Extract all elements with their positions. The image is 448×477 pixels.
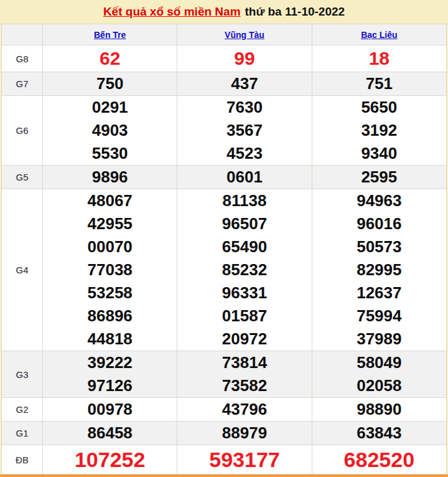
prize-number: 99 [177,45,311,72]
prize-number: 58049 [312,351,446,374]
prize-number: 73582 [177,374,311,397]
prize-number: 4523 [177,142,311,165]
prize-cell: 99 [177,45,312,72]
prize-number: 01587 [177,305,311,328]
prize-label-g8: G8 [2,45,43,72]
prize-number: 82995 [312,258,446,281]
prize-number: 0601 [177,166,311,189]
prize-cell: 565031929340 [312,96,446,166]
prize-number: 43796 [177,398,311,421]
prize-cell: 437 [177,72,312,96]
prize-number: 0291 [43,96,177,119]
prize-number: 9340 [312,142,446,165]
prize-number: 77038 [43,258,177,281]
prize-number: 86896 [43,305,177,328]
prize-label-g5: G5 [2,166,43,189]
prize-number: 42955 [43,212,177,235]
prize-row-g5: G5989606012595 [2,166,447,189]
lottery-results-page: Kết quả xổ số miền Nam thứ ba 11-10-2022… [0,0,448,477]
prize-number: 86458 [43,422,177,445]
prize-cell: 763035674523 [177,96,312,166]
prize-cell: 5804902058 [312,351,446,398]
column-header-vung-tau: Vũng Tàu [177,24,312,45]
prize-cell: 86458 [43,422,177,445]
prize-number: 96507 [177,212,311,235]
prize-cell: 48067429550007077038532588689644818 [43,189,177,351]
prize-number: 9896 [43,166,177,189]
prize-cell: 0601 [177,166,312,189]
prize-number: 4903 [43,119,177,142]
prize-number: 02058 [312,374,446,397]
prize-row-g4: G448067429550007077038532588689644818811… [2,189,447,351]
prize-number: 00070 [43,235,177,258]
prize-cell: 029149035530 [43,96,177,166]
prize-number: 5530 [43,142,177,165]
prize-row-g7: G7750437751 [2,72,447,96]
prize-cell: 593177 [177,445,312,475]
page-title-banner: Kết quả xổ số miền Nam thứ ba 11-10-2022 [0,0,448,24]
prize-cell: 7381473582 [177,351,312,398]
prize-number: 96331 [177,281,311,305]
prize-cell: 2595 [312,166,446,189]
prize-number: 107252 [43,445,177,474]
prize-cell: 98890 [312,398,446,422]
prize-label-g4: G4 [2,189,43,351]
prize-row-g6: G6029149035530763035674523565031929340 [2,96,447,166]
prize-number: 65490 [177,235,311,258]
prize-cell: 107252 [43,445,177,475]
prize-cell: 63843 [312,422,446,445]
prize-number: 3567 [177,119,311,142]
prize-number: 73814 [177,351,311,374]
prize-number: 3192 [312,119,446,142]
prize-row-db: ĐB107252593177682520 [2,445,447,475]
prize-number: 682520 [312,445,446,474]
column-header-row: Bến Tre Vũng Tàu Bạc Liêu [2,24,447,45]
prize-number: 75994 [312,305,446,328]
prize-number: 18 [312,45,446,72]
prize-row-g1: G1864588897963843 [2,422,447,445]
prize-number: 62 [43,45,177,72]
province-link-ben-tre[interactable]: Bến Tre [94,30,126,40]
prize-label-g7: G7 [2,72,43,96]
prize-row-g8: G8629918 [2,45,447,72]
prize-row-g2: G2009784379698890 [2,398,447,422]
prize-number: 37989 [312,328,446,351]
prize-number: 751 [312,72,446,95]
prize-number: 50573 [312,235,446,258]
prize-cell: 43796 [177,398,312,422]
column-header-ben-tre: Bến Tre [43,24,177,45]
prize-number: 85232 [177,258,311,281]
prize-number: 7630 [177,96,311,119]
bottom-orange-bar [0,475,448,477]
prize-number: 39222 [43,351,177,374]
prize-number: 2595 [312,166,446,189]
prize-cell: 94963960165057382995126377599437989 [312,189,446,351]
prize-number: 53258 [43,281,177,305]
results-date-text: thứ ba 11-10-2022 [245,5,345,19]
column-header-bac-lieu: Bạc Liêu [312,24,446,45]
prize-label-g3: G3 [2,351,43,398]
prize-number: 98890 [312,398,446,421]
prize-cell: 88979 [177,422,312,445]
prize-row-g3: G3392229712673814735825804902058 [2,351,447,398]
prize-cell: 9896 [43,166,177,189]
results-table: Bến Tre Vũng Tàu Bạc Liêu G8629918G77504… [1,24,447,475]
prize-number: 437 [177,72,311,95]
prize-number: 750 [43,72,177,95]
prize-cell: 682520 [312,445,446,475]
prize-number: 12637 [312,281,446,305]
prize-number: 5650 [312,96,446,119]
prize-label-db: ĐB [2,445,43,475]
prize-label-g6: G6 [2,96,43,166]
province-link-bac-lieu[interactable]: Bạc Liêu [361,30,397,40]
results-title-link[interactable]: Kết quả xổ số miền Nam [103,5,241,19]
prize-cell: 62 [43,45,177,72]
prize-label-g1: G1 [2,422,43,445]
prize-cell: 81138965076549085232963310158720972 [177,189,312,351]
prize-number: 00978 [43,398,177,421]
prize-number: 593177 [177,445,311,474]
province-link-vung-tau[interactable]: Vũng Tàu [225,30,264,40]
prize-number: 20972 [177,328,311,351]
prize-number: 96016 [312,212,446,235]
prize-cell: 18 [312,45,446,72]
